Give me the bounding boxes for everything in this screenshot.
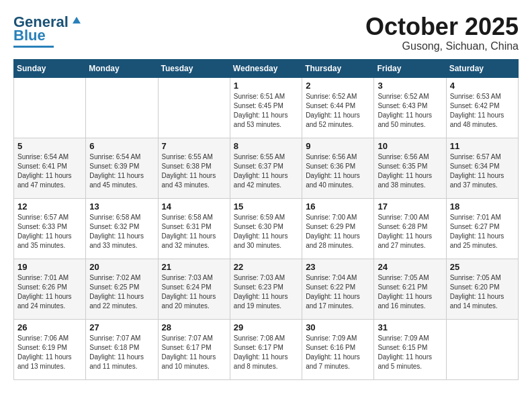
calendar-cell: 27Sunrise: 7:07 AMSunset: 6:18 PMDayligh… xyxy=(86,319,158,379)
calendar-cell: 10Sunrise: 6:56 AMSunset: 6:35 PMDayligh… xyxy=(374,138,446,198)
weekday-header-wednesday: Wednesday xyxy=(230,59,302,77)
day-info: Sunrise: 7:02 AMSunset: 6:25 PMDaylight:… xyxy=(89,273,154,311)
day-number: 31 xyxy=(378,322,442,332)
calendar-week-row: 19Sunrise: 7:01 AMSunset: 6:26 PMDayligh… xyxy=(14,259,519,319)
calendar-cell: 2Sunrise: 6:52 AMSunset: 6:44 PMDaylight… xyxy=(302,77,374,138)
day-number: 13 xyxy=(89,201,154,212)
calendar-cell: 17Sunrise: 7:00 AMSunset: 6:28 PMDayligh… xyxy=(374,198,446,259)
day-info: Sunrise: 6:57 AMSunset: 6:34 PMDaylight:… xyxy=(450,152,515,190)
day-info: Sunrise: 7:00 AMSunset: 6:28 PMDaylight:… xyxy=(378,213,442,250)
calendar-cell: 23Sunrise: 7:04 AMSunset: 6:22 PMDayligh… xyxy=(302,259,374,319)
calendar-cell: 7Sunrise: 6:55 AMSunset: 6:38 PMDaylight… xyxy=(158,138,230,198)
day-info: Sunrise: 7:06 AMSunset: 6:19 PMDaylight:… xyxy=(17,334,82,371)
day-info: Sunrise: 6:52 AMSunset: 6:43 PMDaylight:… xyxy=(378,92,442,130)
calendar-cell: 12Sunrise: 6:57 AMSunset: 6:33 PMDayligh… xyxy=(14,198,86,259)
day-number: 12 xyxy=(17,201,82,212)
day-number: 26 xyxy=(17,322,82,332)
day-number: 2 xyxy=(306,81,370,91)
calendar-body: 1Sunrise: 6:51 AMSunset: 6:45 PMDaylight… xyxy=(14,77,519,379)
day-info: Sunrise: 6:52 AMSunset: 6:44 PMDaylight:… xyxy=(306,92,370,130)
calendar-cell: 3Sunrise: 6:52 AMSunset: 6:43 PMDaylight… xyxy=(374,77,446,138)
calendar-cell xyxy=(446,319,518,379)
calendar-cell: 25Sunrise: 7:05 AMSunset: 6:20 PMDayligh… xyxy=(446,259,518,319)
weekday-header-saturday: Saturday xyxy=(446,59,518,77)
day-info: Sunrise: 7:05 AMSunset: 6:20 PMDaylight:… xyxy=(450,273,515,311)
weekday-header-thursday: Thursday xyxy=(302,59,374,77)
day-info: Sunrise: 6:56 AMSunset: 6:35 PMDaylight:… xyxy=(378,152,442,190)
logo: General Blue xyxy=(13,13,82,48)
day-number: 23 xyxy=(306,262,370,272)
calendar-cell: 18Sunrise: 7:01 AMSunset: 6:27 PMDayligh… xyxy=(446,198,518,259)
calendar-cell: 30Sunrise: 7:09 AMSunset: 6:16 PMDayligh… xyxy=(302,319,374,379)
day-number: 5 xyxy=(17,141,82,151)
calendar-cell: 4Sunrise: 6:53 AMSunset: 6:42 PMDaylight… xyxy=(446,77,518,138)
calendar-cell: 9Sunrise: 6:56 AMSunset: 6:36 PMDaylight… xyxy=(302,138,374,198)
day-info: Sunrise: 6:54 AMSunset: 6:41 PMDaylight:… xyxy=(17,152,82,190)
day-info: Sunrise: 6:56 AMSunset: 6:36 PMDaylight:… xyxy=(306,152,370,190)
day-info: Sunrise: 6:53 AMSunset: 6:42 PMDaylight:… xyxy=(450,92,515,130)
calendar-cell: 11Sunrise: 6:57 AMSunset: 6:34 PMDayligh… xyxy=(446,138,518,198)
day-info: Sunrise: 6:58 AMSunset: 6:31 PMDaylight:… xyxy=(162,213,226,250)
day-number: 11 xyxy=(450,141,515,151)
day-info: Sunrise: 7:00 AMSunset: 6:29 PMDaylight:… xyxy=(306,213,370,250)
weekday-header-sunday: Sunday xyxy=(14,59,86,77)
title-section: October 2025 Gusong, Sichuan, China xyxy=(365,13,519,52)
day-info: Sunrise: 6:57 AMSunset: 6:33 PMDaylight:… xyxy=(17,213,82,250)
day-number: 27 xyxy=(89,322,154,332)
day-info: Sunrise: 6:58 AMSunset: 6:32 PMDaylight:… xyxy=(89,213,154,250)
day-info: Sunrise: 7:09 AMSunset: 6:16 PMDaylight:… xyxy=(306,334,370,371)
calendar-week-row: 1Sunrise: 6:51 AMSunset: 6:45 PMDaylight… xyxy=(14,77,519,138)
day-info: Sunrise: 6:55 AMSunset: 6:37 PMDaylight:… xyxy=(234,152,298,190)
day-info: Sunrise: 7:01 AMSunset: 6:26 PMDaylight:… xyxy=(17,273,82,311)
calendar-cell xyxy=(86,77,158,138)
calendar-cell: 13Sunrise: 6:58 AMSunset: 6:32 PMDayligh… xyxy=(86,198,158,259)
calendar-cell: 16Sunrise: 7:00 AMSunset: 6:29 PMDayligh… xyxy=(302,198,374,259)
calendar-week-row: 12Sunrise: 6:57 AMSunset: 6:33 PMDayligh… xyxy=(14,198,519,259)
day-number: 10 xyxy=(378,141,442,151)
day-number: 3 xyxy=(378,81,442,91)
day-number: 1 xyxy=(234,81,298,91)
day-number: 29 xyxy=(234,322,298,332)
calendar-cell xyxy=(14,77,86,138)
day-number: 4 xyxy=(450,81,515,91)
day-number: 21 xyxy=(162,262,226,272)
calendar-cell: 5Sunrise: 6:54 AMSunset: 6:41 PMDaylight… xyxy=(14,138,86,198)
calendar-cell: 29Sunrise: 7:08 AMSunset: 6:17 PMDayligh… xyxy=(230,319,302,379)
calendar-cell: 1Sunrise: 6:51 AMSunset: 6:45 PMDaylight… xyxy=(230,77,302,138)
calendar-cell xyxy=(158,77,230,138)
day-info: Sunrise: 7:07 AMSunset: 6:18 PMDaylight:… xyxy=(89,334,154,371)
day-info: Sunrise: 7:08 AMSunset: 6:17 PMDaylight:… xyxy=(234,334,298,371)
day-info: Sunrise: 7:04 AMSunset: 6:22 PMDaylight:… xyxy=(306,273,370,311)
calendar-cell: 24Sunrise: 7:05 AMSunset: 6:21 PMDayligh… xyxy=(374,259,446,319)
calendar-week-row: 26Sunrise: 7:06 AMSunset: 6:19 PMDayligh… xyxy=(14,319,519,379)
weekday-header-row: SundayMondayTuesdayWednesdayThursdayFrid… xyxy=(14,59,519,77)
weekday-header-monday: Monday xyxy=(86,59,158,77)
day-number: 7 xyxy=(162,141,226,151)
day-info: Sunrise: 7:03 AMSunset: 6:24 PMDaylight:… xyxy=(162,273,226,311)
page-header: General Blue October 2025 Gusong, Sichua… xyxy=(13,13,519,52)
calendar-table: SundayMondayTuesdayWednesdayThursdayFrid… xyxy=(13,59,519,380)
calendar-cell: 20Sunrise: 7:02 AMSunset: 6:25 PMDayligh… xyxy=(86,259,158,319)
day-number: 28 xyxy=(162,322,226,332)
month-title: October 2025 xyxy=(365,13,519,40)
day-number: 24 xyxy=(378,262,442,272)
calendar-cell: 28Sunrise: 7:07 AMSunset: 6:17 PMDayligh… xyxy=(158,319,230,379)
day-info: Sunrise: 6:59 AMSunset: 6:30 PMDaylight:… xyxy=(234,213,298,250)
calendar-week-row: 5Sunrise: 6:54 AMSunset: 6:41 PMDaylight… xyxy=(14,138,519,198)
day-info: Sunrise: 7:01 AMSunset: 6:27 PMDaylight:… xyxy=(450,213,515,250)
calendar-cell: 6Sunrise: 6:54 AMSunset: 6:39 PMDaylight… xyxy=(86,138,158,198)
day-number: 14 xyxy=(162,201,226,212)
day-number: 9 xyxy=(306,141,370,151)
day-info: Sunrise: 6:51 AMSunset: 6:45 PMDaylight:… xyxy=(234,92,298,130)
day-number: 18 xyxy=(450,201,515,212)
logo-underline xyxy=(13,46,54,48)
calendar-header: SundayMondayTuesdayWednesdayThursdayFrid… xyxy=(14,59,519,77)
day-number: 20 xyxy=(89,262,154,272)
weekday-header-friday: Friday xyxy=(374,59,446,77)
calendar-cell: 15Sunrise: 6:59 AMSunset: 6:30 PMDayligh… xyxy=(230,198,302,259)
calendar-cell: 22Sunrise: 7:03 AMSunset: 6:23 PMDayligh… xyxy=(230,259,302,319)
day-number: 22 xyxy=(234,262,298,272)
logo-icon xyxy=(70,14,82,26)
day-number: 16 xyxy=(306,201,370,212)
day-number: 6 xyxy=(89,141,154,151)
